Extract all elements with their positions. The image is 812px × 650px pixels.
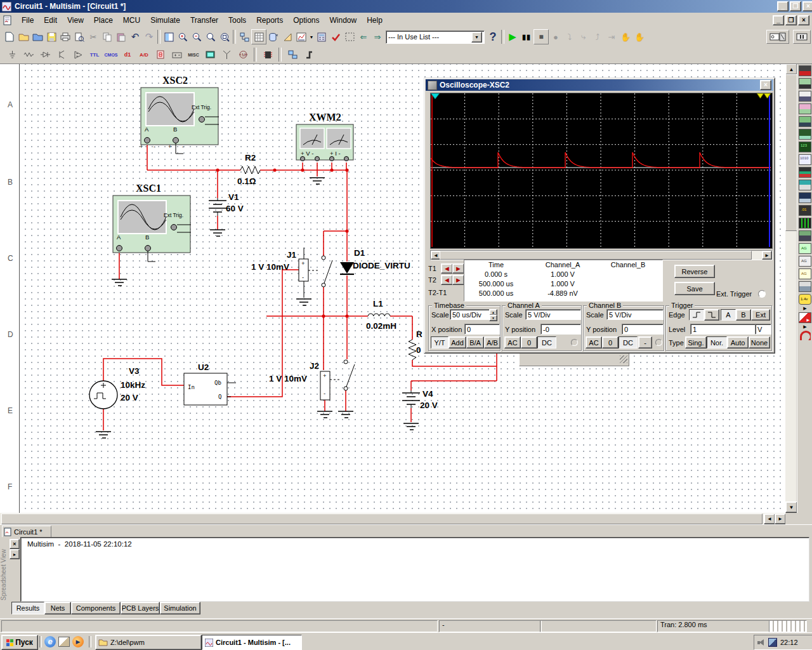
resize-grip[interactable] — [620, 355, 627, 363]
ground-xwm2[interactable] — [310, 178, 325, 184]
run-stop-switch-icon[interactable] — [766, 30, 789, 44]
menu-place[interactable]: Place — [89, 14, 118, 27]
trigger-level-unit[interactable]: V — [755, 324, 771, 335]
grapher-dropdown-arrow[interactable]: ▼ — [308, 30, 315, 44]
tab-simulation[interactable]: Simulation — [160, 602, 200, 614]
channel-a-ac-button[interactable]: AC — [504, 336, 521, 348]
multimeter-icon[interactable] — [799, 65, 811, 76]
place-analog-icon[interactable] — [71, 48, 85, 62]
mode-yt-button[interactable]: Y/T — [431, 336, 449, 348]
minimize-button[interactable]: _ — [777, 1, 789, 11]
channel-b-ac-button[interactable]: AC — [586, 336, 602, 348]
in-use-list-dropdown[interactable]: --- In Use List --- ▼ — [386, 30, 485, 44]
bus-icon[interactable] — [302, 48, 316, 62]
label-j2-ref[interactable]: J2 — [310, 361, 319, 371]
virtualbox-tray-icon[interactable] — [768, 638, 777, 647]
task-explorer-window[interactable]: Z:\del\pwm — [95, 635, 202, 650]
timebase-scale-spinner[interactable]: ▲ ▼ — [489, 309, 496, 320]
place-indicator-icon[interactable] — [154, 48, 167, 62]
menu-tools[interactable]: Tools — [223, 14, 251, 27]
record-button[interactable]: ● — [549, 30, 563, 44]
spectrum-analyzer-icon[interactable] — [799, 218, 811, 229]
t2-left-button[interactable]: ◄ — [441, 275, 453, 285]
horizontal-scrollbar[interactable]: ◄ ► — [0, 513, 785, 524]
component-d1[interactable] — [340, 262, 354, 274]
child-restore-button[interactable]: ❐ — [785, 15, 797, 25]
zoom-fit-icon[interactable] — [218, 30, 232, 44]
spreadsheet-view-icon[interactable] — [251, 29, 266, 44]
trigger-type-sing-button[interactable]: Sing. — [685, 336, 707, 348]
new-file-icon[interactable] — [3, 30, 16, 44]
label-j1-ref[interactable]: J1 — [287, 250, 297, 260]
trigger-source-a-button[interactable]: A — [721, 309, 736, 321]
channel-b-minus-button[interactable]: - — [638, 336, 652, 348]
redo-icon[interactable]: ↷ — [142, 30, 156, 44]
label-j2-value[interactable]: 1 V 10mV — [269, 374, 307, 383]
sheet-tab-circuit1[interactable]: Circuit1 * — [2, 526, 51, 538]
back-annotate-icon[interactable]: ⇐ — [357, 30, 370, 44]
document-system-menu-icon[interactable] — [3, 15, 13, 25]
channel-b-0-button[interactable]: 0 — [602, 336, 619, 348]
forward-annotate-icon[interactable]: ⇒ — [370, 30, 384, 44]
open-sample-icon[interactable] — [30, 30, 44, 44]
place-rf-icon[interactable] — [219, 48, 233, 62]
design-toolbox-icon[interactable] — [162, 30, 176, 44]
bode-plotter-icon[interactable] — [799, 129, 811, 140]
menu-window[interactable]: Window — [325, 14, 362, 27]
label-v3-value2[interactable]: 20 V — [121, 393, 138, 402]
task-multisim-window[interactable]: Circuit1 - Multisim - [... — [202, 635, 302, 650]
label-v4-value[interactable]: 20 V — [420, 401, 438, 410]
paste-icon[interactable] — [114, 30, 128, 44]
label-u2-ref[interactable]: U2 — [198, 362, 209, 372]
print-preview-icon[interactable] — [72, 30, 86, 44]
spreadsheet-expand-button[interactable]: ▸ — [10, 549, 20, 559]
create-component-icon[interactable] — [280, 30, 294, 44]
zoom-out-icon[interactable] — [190, 30, 204, 44]
logic-converter-icon[interactable] — [799, 180, 811, 190]
channel-a-dc-button[interactable]: DC — [537, 336, 556, 348]
undo-icon[interactable]: ↶ — [128, 30, 142, 44]
menu-transfer[interactable]: Transfer — [185, 14, 223, 27]
timebase-scale-field[interactable]: 50 us/Div — [450, 309, 490, 320]
labview-instrument-icon[interactable]: ▶ — [799, 312, 811, 323]
iv-analyzer-icon[interactable] — [799, 192, 811, 203]
label-v4-ref[interactable]: V4 — [422, 389, 433, 399]
labview-dropdown-arrow[interactable]: ▶ — [797, 325, 812, 329]
channel-a-scale-field[interactable]: 5 V/Div — [525, 309, 581, 320]
component-l1[interactable] — [368, 314, 390, 316]
oscilloscope-icon[interactable] — [799, 103, 811, 114]
cut-icon[interactable]: ✂ — [86, 30, 100, 44]
agilent-multimeter-icon[interactable]: AG — [799, 256, 811, 267]
menu-reports[interactable]: Reports — [251, 14, 288, 27]
label-d1-ref[interactable]: D1 — [354, 248, 365, 258]
label-j1-value[interactable]: 1 V 10mV — [251, 262, 289, 272]
run-simulation-button[interactable]: ▶ — [506, 30, 520, 44]
place-ttl-icon[interactable]: TTL — [88, 48, 102, 62]
run-to-cursor-icon[interactable]: ⇥ — [605, 30, 619, 44]
vscroll-thumb[interactable] — [785, 74, 797, 231]
place-cmos-icon[interactable]: CMOS — [104, 48, 118, 62]
scope-scrollbar[interactable]: ◄ ► — [430, 250, 773, 260]
component-rload[interactable] — [409, 340, 416, 360]
mode-add-button[interactable]: Add — [449, 336, 466, 348]
trigger-type-none-button[interactable]: None — [749, 336, 770, 348]
place-power-icon[interactable] — [170, 48, 184, 62]
place-transistor-icon[interactable] — [55, 48, 69, 62]
quicklaunch-desktop-icon[interactable] — [58, 637, 70, 647]
component-xsc2[interactable] — [141, 88, 219, 154]
place-basic-icon[interactable] — [22, 48, 36, 62]
mode-ab-button[interactable]: A/B — [484, 336, 501, 348]
place-electromech-icon[interactable]: M — [236, 48, 250, 62]
logic-analyzer-icon[interactable] — [799, 167, 811, 178]
pause-simulation-button[interactable]: ▮▮ — [520, 30, 534, 44]
quicklaunch-ie-icon[interactable]: e — [44, 636, 56, 647]
spreadsheet-log-area[interactable]: Multisim - 2018-11-05 22:10:12 — [20, 537, 809, 602]
edge-rising-button[interactable] — [689, 309, 704, 321]
label-rload-ref[interactable]: R — [416, 329, 422, 339]
word-generator-icon[interactable]: 1010 — [799, 154, 811, 165]
label-rload-value[interactable]: 0 — [416, 345, 421, 355]
quicklaunch-mediaplayer-icon[interactable]: ▶ — [72, 636, 84, 647]
channel-b-dc-button[interactable]: DC — [619, 336, 638, 348]
copy-icon[interactable] — [100, 30, 114, 44]
agilent-function-generator-icon[interactable]: AG — [799, 243, 811, 254]
